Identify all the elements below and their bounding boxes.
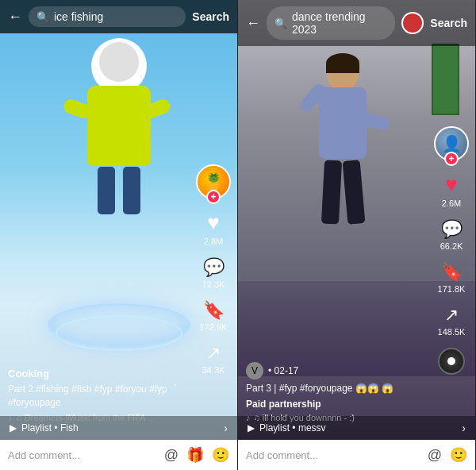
save-button-left[interactable]: 🔖 172.9K <box>200 300 228 332</box>
video-info-right: V • 02-17 Part 3 | #fyp #foryoupage 😱😱 😱… <box>246 362 428 422</box>
playlist-icon-right: ▶ <box>248 422 255 433</box>
share-count-right: 148.5K <box>438 327 466 337</box>
like-button-right[interactable]: ♥ 2.6M <box>442 172 461 208</box>
search-bar-left: ← 🔍 ice fishing Search <box>0 0 237 33</box>
back-button-right[interactable]: ← <box>246 15 260 32</box>
comment-icon-right: 💬 <box>441 219 463 240</box>
ice-circle-inner <box>56 315 182 351</box>
comment-placeholder-left[interactable]: Add comment... <box>8 449 156 461</box>
search-button-right[interactable]: Search <box>430 17 467 29</box>
emoji-icon-left[interactable]: 🙂 <box>212 446 229 464</box>
playlist-icon-left: ▶ <box>10 422 17 433</box>
share-icon-left: ↗ <box>206 343 221 364</box>
search-input-wrap-left[interactable]: 🔍 ice fishing <box>29 6 186 27</box>
playlist-bar-left[interactable]: ▶ Playlist • Fish › <box>0 416 237 440</box>
avatar-left[interactable]: 🍍 + <box>196 164 231 199</box>
playlist-chevron-left[interactable]: › <box>224 422 228 434</box>
comment-count-right: 66.2K <box>440 241 463 251</box>
gift-icon-left[interactable]: 🎁 <box>186 446 204 464</box>
search-query-left: ice fishing <box>54 10 178 23</box>
playlist-chevron-right[interactable]: › <box>462 422 466 434</box>
emoji-icon-right[interactable]: 🙂 <box>450 446 467 464</box>
search-bar-avatar-right <box>401 12 424 34</box>
video-date-right: • 02-17 <box>268 365 298 376</box>
back-button-left[interactable]: ← <box>8 9 22 25</box>
playlist-info-right: ▶ Playlist • messv <box>248 422 326 433</box>
playlist-info-left: ▶ Playlist • Fish <box>10 422 79 433</box>
like-count-left: 2.8M <box>204 237 223 246</box>
comment-bar-right: Add comment... @ 🙂 <box>238 440 475 470</box>
search-icon-left: 🔍 <box>36 11 49 23</box>
share-icon-right: ↗ <box>444 305 459 326</box>
search-icon-right: 🔍 <box>274 17 287 29</box>
playlist-bar-right[interactable]: ▶ Playlist • messv › <box>238 416 475 440</box>
comment-icon-left: 💬 <box>203 257 225 278</box>
comment-placeholder-right[interactable]: Add comment... <box>246 449 420 461</box>
search-query-right: dance trending 2023 <box>292 10 387 36</box>
like-button-left[interactable]: ♥ 2.8M <box>204 210 223 246</box>
action-buttons-left: 🍍 + ♥ 2.8M 💬 12.3K 🔖 172.9K ↗ 34.3K <box>196 164 231 375</box>
follow-plus-left[interactable]: + <box>206 190 221 204</box>
comment-count-left: 12.3K <box>202 279 225 289</box>
video-info-left: Cooking Part 2 #fishing #fish #fyp #fory… <box>8 368 190 422</box>
music-disc-right <box>438 348 465 375</box>
like-count-right: 2.6M <box>442 198 461 208</box>
person-figure-right <box>295 56 390 302</box>
comment-button-right[interactable]: 💬 66.2K <box>440 219 463 251</box>
door-shape <box>432 44 459 115</box>
heart-icon-right: ♥ <box>445 172 457 197</box>
search-input-wrap-right[interactable]: 🔍 dance trending 2023 <box>267 6 395 40</box>
comment-icons-right: @ 🙂 <box>428 446 467 464</box>
heart-icon-left: ♥ <box>207 210 219 235</box>
playlist-label-right: Playlist • messv <box>259 422 326 433</box>
description-left: Part 2 #fishing #fish #fyp #foryou #fyp゜… <box>8 383 190 410</box>
share-count-left: 34.3K <box>202 365 225 375</box>
search-button-left[interactable]: Search <box>192 10 229 23</box>
follow-plus-right[interactable]: + <box>444 152 459 166</box>
action-buttons-right: 👤 + ♥ 2.6M 💬 66.2K 🔖 171.8K ↗ 148.5K <box>434 126 469 375</box>
at-icon-right[interactable]: @ <box>428 447 442 464</box>
share-button-left[interactable]: ↗ 34.3K <box>202 343 225 375</box>
left-panel: ← 🔍 ice fishing Search 🍍 + ♥ 2.8M 💬 12.3… <box>0 0 238 470</box>
paid-partnership-right: Paid partnership <box>246 399 428 410</box>
save-count-right: 171.8K <box>438 284 466 294</box>
share-button-right[interactable]: ↗ 148.5K <box>438 305 466 337</box>
description-right: Part 3 | #fyp #foryoupage 😱😱 😱 <box>246 382 428 395</box>
bookmark-icon-left: 🔖 <box>203 300 225 321</box>
search-bar-right: ← 🔍 dance trending 2023 Search <box>238 0 475 46</box>
at-icon-left[interactable]: @ <box>164 447 178 464</box>
right-panel: ← 🔍 dance trending 2023 Search 👤 + ♥ 2.6… <box>238 0 476 470</box>
comment-bar-left: Add comment... @ 🎁 🙂 <box>0 440 237 470</box>
save-count-left: 172.9K <box>200 322 228 332</box>
username-left: Cooking <box>8 368 190 379</box>
person-figure-left <box>63 38 175 260</box>
comment-button-left[interactable]: 💬 12.3K <box>202 257 225 289</box>
playlist-label-left: Playlist • Fish <box>21 422 79 433</box>
bookmark-icon-right: 🔖 <box>441 262 463 283</box>
save-button-right[interactable]: 🔖 171.8K <box>438 262 466 294</box>
user-info-row-right: V • 02-17 <box>246 362 428 379</box>
comment-icons-left: @ 🎁 🙂 <box>164 446 229 464</box>
avatar-right[interactable]: 👤 + <box>434 126 469 161</box>
user-dot-avatar-right: V <box>246 362 263 379</box>
